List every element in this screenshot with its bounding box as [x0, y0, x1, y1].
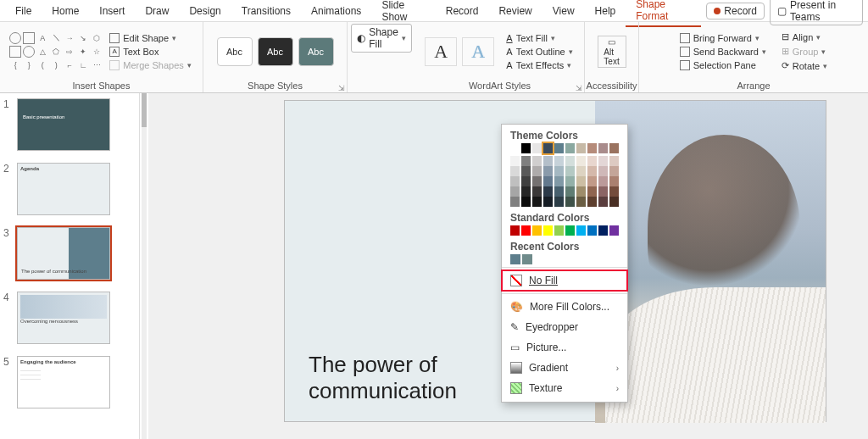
menu-transitions[interactable]: Transitions: [231, 2, 301, 20]
menu-design[interactable]: Design: [179, 2, 231, 20]
slide-panel[interactable]: 1Basic presentation 2Agenda 3The power o…: [0, 93, 140, 439]
slide-thumb-2[interactable]: 2Agenda: [3, 163, 136, 215]
color-swatch[interactable]: [522, 254, 532, 264]
color-swatch[interactable]: [576, 225, 586, 236]
color-swatch[interactable]: [532, 197, 542, 207]
color-swatch[interactable]: [576, 156, 586, 166]
style-tile-2[interactable]: Abc: [258, 37, 293, 66]
color-swatch[interactable]: [543, 186, 553, 197]
color-swatch[interactable]: [609, 197, 619, 207]
shape-fill-dropdown[interactable]: ◐Shape Fill▾: [351, 24, 412, 53]
color-swatch[interactable]: [554, 176, 564, 186]
color-swatch[interactable]: [587, 166, 597, 176]
color-swatch[interactable]: [576, 166, 586, 176]
color-swatch[interactable]: [521, 166, 531, 176]
color-swatch[interactable]: [609, 156, 619, 166]
color-swatch[interactable]: [609, 166, 619, 176]
text-box-button[interactable]: AText Box: [108, 46, 193, 58]
color-swatch[interactable]: [565, 143, 575, 153]
color-swatch[interactable]: [609, 225, 619, 236]
color-swatch[interactable]: [543, 197, 553, 207]
menu-animations[interactable]: Animations: [301, 2, 371, 20]
color-swatch[interactable]: [543, 166, 553, 176]
menu-draw[interactable]: Draw: [135, 2, 179, 20]
color-swatch[interactable]: [510, 156, 520, 166]
color-swatch[interactable]: [587, 156, 597, 166]
color-swatch[interactable]: [543, 225, 553, 236]
text-effects-button[interactable]: AText Effects▾: [504, 59, 574, 71]
color-swatch[interactable]: [598, 176, 608, 186]
slide-thumb-3[interactable]: 3The power of communication: [3, 227, 136, 280]
color-swatch[interactable]: [521, 225, 531, 236]
color-swatch[interactable]: [576, 186, 586, 197]
text-outline-button[interactable]: AText Outline▾: [504, 46, 574, 58]
eyedropper-item[interactable]: ✎Eyedropper: [502, 317, 627, 337]
menu-view[interactable]: View: [542, 2, 585, 20]
text-fill-button[interactable]: AText Fill▾: [504, 32, 574, 44]
menu-record[interactable]: Record: [436, 2, 489, 20]
color-swatch[interactable]: [521, 197, 531, 207]
more-fill-colors-item[interactable]: 🎨More Fill Colors...: [502, 297, 627, 317]
color-swatch[interactable]: [510, 225, 520, 236]
color-swatch[interactable]: [510, 176, 520, 186]
color-swatch[interactable]: [554, 156, 564, 166]
color-swatch[interactable]: [565, 225, 575, 236]
slide-title[interactable]: The power of communication: [309, 352, 457, 404]
color-swatch[interactable]: [598, 156, 608, 166]
color-swatch[interactable]: [532, 143, 542, 153]
slide-thumb-1[interactable]: 1Basic presentation: [3, 98, 136, 151]
color-swatch[interactable]: [587, 186, 597, 197]
slide-panel-scrollbar[interactable]: [140, 93, 148, 439]
color-swatch[interactable]: [543, 143, 553, 153]
color-swatch[interactable]: [565, 176, 575, 186]
color-swatch[interactable]: [554, 166, 564, 176]
bring-forward-button[interactable]: Bring Forward▾: [678, 32, 768, 44]
color-swatch[interactable]: [576, 176, 586, 186]
record-button[interactable]: Record: [706, 3, 765, 19]
color-swatch[interactable]: [576, 197, 586, 207]
menu-insert[interactable]: Insert: [89, 2, 135, 20]
slide-thumb-5[interactable]: 5Engaging the audience――――――――――――――――――: [3, 356, 136, 408]
color-swatch[interactable]: [532, 176, 542, 186]
color-swatch[interactable]: [598, 197, 608, 207]
menu-help[interactable]: Help: [585, 2, 626, 20]
color-swatch[interactable]: [521, 186, 531, 197]
texture-fill-item[interactable]: Texture›: [502, 378, 627, 398]
color-swatch[interactable]: [554, 143, 564, 153]
color-swatch[interactable]: [543, 156, 553, 166]
color-swatch[interactable]: [587, 225, 597, 236]
edit-shape-button[interactable]: Edit Shape▾: [108, 32, 193, 44]
send-backward-button[interactable]: Send Backward▾: [678, 46, 768, 58]
color-swatch[interactable]: [587, 176, 597, 186]
color-swatch[interactable]: [532, 225, 542, 236]
color-swatch[interactable]: [598, 143, 608, 153]
color-swatch[interactable]: [609, 176, 619, 186]
color-swatch[interactable]: [510, 166, 520, 176]
color-swatch[interactable]: [576, 143, 586, 153]
menu-review[interactable]: Review: [488, 2, 542, 20]
gradient-fill-item[interactable]: Gradient›: [502, 358, 627, 378]
dialog-launcher-icon[interactable]: ⇲: [338, 84, 345, 92]
picture-fill-item[interactable]: ▭Picture...: [502, 337, 627, 358]
color-swatch[interactable]: [565, 166, 575, 176]
color-swatch[interactable]: [598, 225, 608, 236]
style-tile-1[interactable]: Abc: [217, 37, 253, 66]
wordart-tile-2[interactable]: A: [462, 37, 494, 66]
color-swatch[interactable]: [554, 225, 564, 236]
color-swatch[interactable]: [510, 143, 520, 153]
color-swatch[interactable]: [587, 143, 597, 153]
rotate-button[interactable]: ⟳Rotate▾: [780, 59, 829, 72]
wordart-tile-1[interactable]: A: [425, 37, 457, 66]
color-swatch[interactable]: [521, 143, 531, 153]
selection-pane-button[interactable]: Selection Pane: [678, 59, 768, 71]
no-fill-item[interactable]: No Fill: [502, 270, 627, 291]
color-swatch[interactable]: [510, 254, 520, 264]
color-swatch[interactable]: [565, 156, 575, 166]
color-swatch[interactable]: [565, 197, 575, 207]
shape-gallery[interactable]: A＼→↘⬡ △⬠⇨✦☆ {}()⌐∟⋯: [9, 32, 103, 71]
color-swatch[interactable]: [543, 176, 553, 186]
dialog-launcher-icon[interactable]: ⇲: [576, 84, 582, 92]
color-swatch[interactable]: [532, 166, 542, 176]
editor-canvas[interactable]: The power of communication Theme Colors …: [148, 93, 868, 439]
color-swatch[interactable]: [587, 197, 597, 207]
